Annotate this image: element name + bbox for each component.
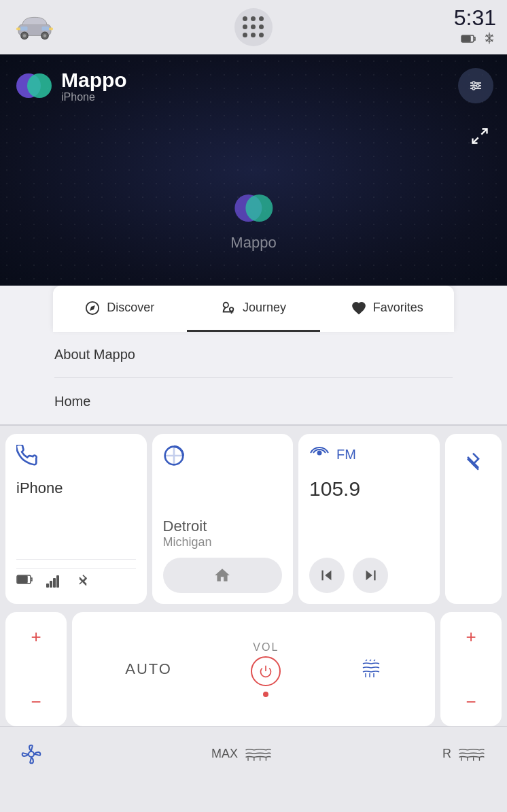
radio-next-button[interactable] (353, 558, 388, 593)
status-right: 5:31 (454, 7, 496, 48)
climate-power-button[interactable] (251, 656, 281, 686)
bluetooth-snowflake-icon (483, 31, 496, 48)
climate-defrost-icon[interactable] (360, 658, 382, 680)
dots-grid (243, 16, 264, 38)
widgets-area: iPhone (0, 426, 507, 604)
bluetooth-widget[interactable] (445, 434, 502, 604)
phone-battery-icon (16, 574, 33, 590)
tab-favorites[interactable]: Favorites (320, 286, 454, 332)
rear-label: R (442, 747, 451, 761)
menu-item-about-mappo-label: About Mappo (54, 347, 135, 362)
map-header: Mappo iPhone (16, 68, 127, 103)
menu-item-home-label: Home (54, 394, 90, 409)
svg-point-27 (245, 194, 273, 222)
dot (259, 24, 264, 29)
climate-right-increase-button[interactable]: + (456, 622, 486, 652)
climate-auto-label: AUTO (125, 660, 172, 678)
svg-point-30 (230, 307, 234, 311)
svg-point-25 (472, 87, 475, 90)
svg-marker-41 (366, 571, 372, 581)
svg-point-4 (43, 34, 47, 37)
svg-rect-33 (46, 583, 49, 588)
climate-right-control: + − (440, 612, 502, 726)
tab-favorites-label: Favorites (373, 301, 423, 315)
max-defrost-button[interactable]: MAX (211, 747, 273, 762)
apps-button-container (234, 8, 273, 46)
apps-button[interactable] (234, 8, 273, 46)
climate-left-control: + − (5, 612, 67, 726)
svg-marker-39 (325, 571, 331, 581)
mappo-title-group: Mappo iPhone (61, 69, 127, 103)
tab-discover-label: Discover (107, 301, 154, 315)
tab-journey[interactable]: Journey (187, 286, 321, 332)
phone-widget[interactable]: iPhone (5, 434, 147, 604)
max-label: MAX (211, 747, 238, 761)
dot (259, 33, 264, 37)
status-bar: 5:31 (0, 0, 507, 54)
status-icons (461, 31, 496, 48)
svg-rect-34 (50, 581, 52, 588)
menu-item-home[interactable]: Home (54, 378, 453, 424)
navigation-widget[interactable]: Detroit Michigan (152, 434, 294, 604)
map-area: Mappo iPhone Mappo (0, 54, 507, 286)
climate-right-decrease-button[interactable]: − (456, 687, 486, 717)
svg-line-48 (370, 660, 371, 661)
svg-point-3 (23, 34, 27, 37)
svg-rect-35 (53, 578, 56, 588)
phone-icon (16, 445, 136, 471)
phone-status-icons (16, 568, 136, 593)
climate-left-increase-button[interactable]: + (21, 622, 51, 652)
bottom-bar: MAX R (0, 726, 507, 781)
menu-list: About Mappo Home (0, 332, 507, 424)
mappo-logo-small (16, 68, 52, 103)
rear-defrost-button[interactable]: R (442, 747, 487, 762)
bluetooth-icon (456, 445, 491, 473)
mappo-center-text: Mappo (230, 234, 276, 252)
dot (243, 33, 247, 37)
climate-vol-label: VOL (253, 641, 279, 654)
mappo-center-icon (233, 188, 274, 229)
signal-icon (46, 574, 63, 590)
phone-widget-label: iPhone (16, 479, 136, 497)
menu-item-about-mappo[interactable]: About Mappo (54, 332, 453, 378)
svg-line-49 (374, 660, 375, 661)
radio-widget[interactable]: FM 105.9 (298, 434, 440, 604)
climate-left-decrease-button[interactable]: − (21, 687, 51, 717)
climate-vol-group: VOL (251, 641, 281, 697)
svg-rect-7 (16, 27, 20, 30)
nav-tabs-wrapper: Discover Journey Favorites (0, 286, 507, 332)
fan-control-button[interactable] (20, 743, 42, 765)
svg-line-47 (366, 660, 367, 661)
radio-frequency: 105.9 (309, 472, 429, 506)
radio-prev-button[interactable] (309, 558, 345, 593)
svg-rect-5 (20, 27, 28, 31)
svg-point-17 (27, 73, 52, 98)
widget-divider (16, 559, 136, 560)
nav-city-label: Detroit (163, 518, 283, 535)
radio-band-label: FM (336, 447, 356, 462)
dot (243, 16, 247, 21)
tab-journey-label: Journey (243, 301, 286, 315)
svg-line-18 (481, 129, 487, 135)
battery-icon (461, 33, 476, 47)
svg-point-50 (29, 751, 34, 757)
climate-center: AUTO VOL (72, 612, 435, 726)
dot (251, 24, 256, 29)
svg-rect-36 (56, 575, 59, 588)
svg-point-38 (318, 452, 321, 455)
svg-line-19 (473, 137, 478, 143)
mappo-app-title: Mappo (61, 69, 127, 91)
car-icon (11, 10, 58, 44)
nav-home-button[interactable] (163, 558, 283, 593)
radio-wave-icon (309, 445, 330, 464)
tab-discover[interactable]: Discover (53, 286, 187, 332)
svg-point-29 (224, 302, 228, 307)
dot (259, 16, 264, 21)
dot (251, 16, 256, 21)
map-expand-button[interactable] (466, 122, 493, 150)
radio-controls (309, 558, 429, 593)
map-settings-button[interactable] (458, 68, 493, 103)
time-display: 5:31 (454, 7, 496, 29)
svg-rect-10 (462, 36, 470, 41)
power-indicator (263, 692, 268, 697)
